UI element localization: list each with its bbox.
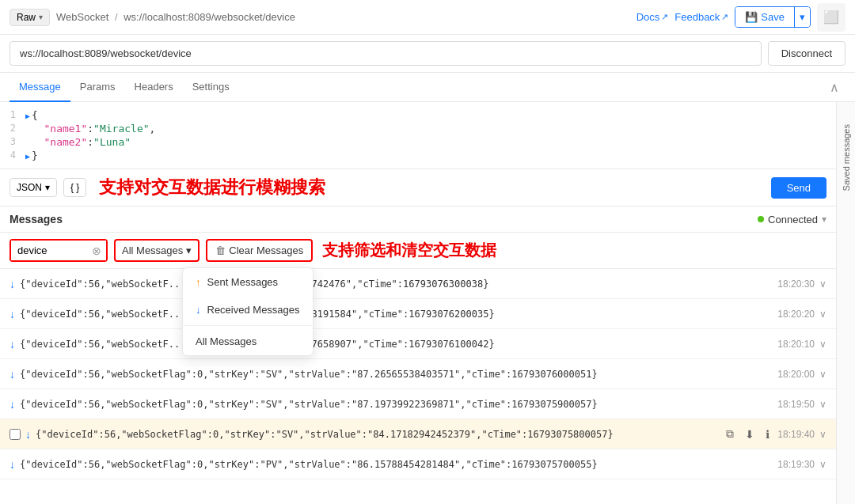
saved-messages-label[interactable]: Saved messages [842,118,851,197]
received-arrow-icon: ↓ [196,304,201,316]
sent-arrow-icon: ↑ [196,276,201,288]
message-content: {"deviceId":56,"webSocketF..."strValue":… [20,279,773,290]
message-content: {"deviceId":56,"webSocketFlag":0,"strKey… [20,459,773,470]
save-message-button[interactable]: ⬇ [742,426,758,442]
filter-annotation: 支持筛选和清空交互数据 [322,240,496,261]
breadcrumb-url: ws://localhost:8089/websocket/device [124,11,295,23]
url-input[interactable] [10,41,762,66]
message-actions: ⧉ ⬇ ℹ [723,426,773,442]
connection-status-label: Connected [768,214,818,225]
dropdown-item-all[interactable]: All Messages [183,328,313,355]
disconnect-button[interactable]: Disconnect [768,41,846,66]
received-messages-label: Received Messages [207,304,300,316]
message-time: 18:20:10 [777,339,815,350]
code-editor: 1 ▶{ 2 "name1":"Miracle", 3 "name2":"Lun… [0,102,836,169]
message-content: {"deviceId":56,"webSocketF..."strValue":… [20,339,773,350]
all-messages-label: All Messages [196,335,256,347]
message-time: 18:20:20 [777,309,815,320]
tab-params[interactable]: Params [70,73,125,102]
message-row: ↓ {"deviceId":56,"webSocketFlag":0,"strK… [0,449,836,479]
connection-status: Connected ▾ [758,214,826,225]
json-format-button[interactable]: JSON ▾ [10,178,57,197]
message-row: ↓ {"deviceId":56,"webSocketF..."strValue… [0,299,836,329]
connection-chevron-icon[interactable]: ▾ [822,214,826,225]
filter-row: ⊗ All Messages ▾ 🗑 Clear Messages 支持筛选和清… [0,233,836,269]
down-arrow-icon: ↓ [10,368,15,381]
info-button[interactable]: ℹ [762,426,773,442]
filter-label: All Messages [122,244,183,256]
message-content: {"deviceId":56,"webSocketF..."strValue":… [20,309,773,320]
down-arrow-icon: ↓ [10,398,15,411]
sent-messages-label: Sent Messages [207,276,279,288]
toolbar-row: JSON ▾ { } 支持对交互数据进行模糊搜索 Send [0,169,836,207]
tab-message[interactable]: Message [10,73,70,102]
breadcrumb: WebSocket / ws://localhost:8089/websocke… [56,11,295,23]
json-label: JSON [17,182,42,193]
save-group: 💾 Save ▾ [735,6,811,28]
connection-dot-icon [758,216,764,222]
expand-icon[interactable]: ∨ [819,309,826,320]
save-button[interactable]: 💾 Save [735,7,794,27]
message-filter-dropdown[interactable]: All Messages ▾ [114,239,200,262]
clear-messages-label: Clear Messages [229,244,303,256]
message-checkbox[interactable] [10,429,21,440]
messages-header: Messages Connected ▾ [0,207,836,233]
down-arrow-icon: ↓ [10,338,15,351]
filter-chevron-icon: ▾ [186,244,192,256]
dropdown-divider [183,325,313,326]
expand-icon[interactable]: ∨ [819,459,826,470]
messages-title: Messages [10,213,63,225]
save-dropdown-button[interactable]: ▾ [794,7,810,27]
dropdown-item-sent[interactable]: ↑ Sent Messages [183,268,313,296]
filter-dropdown-menu: ↑ Sent Messages ↓ Received Messages All … [182,267,314,356]
message-time: 18:20:00 [777,369,815,380]
chevron-down-icon: ▾ [39,13,43,21]
message-row: ↓ {"deviceId":56,"webSocketFlag":0,"strK… [0,389,836,419]
sidebar-toggle-button[interactable]: ⬜ [817,3,846,32]
tabs-bar: Message Params Headers Settings ∧ [0,73,855,102]
expand-icon[interactable]: ∨ [819,339,826,350]
tab-headers[interactable]: Headers [125,73,183,102]
right-sidebar: Saved messages [836,102,855,504]
message-time: 18:19:50 [777,399,815,410]
trash-icon: 🗑 [215,244,226,256]
tab-settings[interactable]: Settings [183,73,239,102]
code-line-2: 2 "name1":"Miracle", [0,122,836,135]
expand-icon[interactable]: ∨ [819,369,826,380]
filter-input-wrapper: ⊗ [10,239,108,262]
message-time: 18:20:30 [777,279,815,290]
braces-button[interactable]: { } [63,178,86,197]
fuzzy-search-annotation: 支持对交互数据进行模糊搜索 [99,176,325,199]
send-button[interactable]: Send [771,177,826,199]
message-row-highlighted: ↓ {"deviceId":56,"webSocketFlag":0,"strK… [0,419,836,449]
breadcrumb-websocket: WebSocket [56,11,108,23]
clear-messages-button[interactable]: 🗑 Clear Messages [206,239,313,262]
sidebar-icon: ⬜ [823,9,839,25]
code-line-4: 4 ▶} [0,149,836,162]
copy-button[interactable]: ⧉ [723,426,737,442]
message-content: {"deviceId":56,"webSocketFlag":0,"strKey… [20,369,773,380]
expand-icon[interactable]: ∨ [819,279,826,290]
message-time: 18:19:30 [777,459,815,470]
expand-icon[interactable]: ∨ [819,429,826,440]
feedback-link[interactable]: Feedback [674,11,728,23]
message-content: {"deviceId":56,"webSocketFlag":0,"strKey… [20,399,773,410]
json-chevron-icon: ▾ [45,182,50,193]
clear-filter-icon[interactable]: ⊗ [92,244,101,257]
raw-button[interactable]: Raw ▾ [10,9,50,26]
top-bar: Raw ▾ WebSocket / ws://localhost:8089/we… [0,0,855,35]
down-arrow-icon: ↓ [10,308,15,320]
down-arrow-icon: ↓ [10,278,15,290]
down-arrow-icon: ↓ [25,428,31,441]
dropdown-item-received[interactable]: ↓ Received Messages [183,296,313,324]
collapse-button[interactable]: ∧ [823,74,846,101]
docs-link[interactable]: Docs [636,11,669,23]
code-line-3: 3 "name2":"Luna" [0,135,836,149]
expand-icon[interactable]: ∨ [819,399,826,410]
message-row: ↓ {"deviceId":56,"webSocketF..."strValue… [0,269,836,299]
message-row: ↓ {"deviceId":56,"webSocketF..."strValue… [0,329,836,359]
main-layout: 1 ▶{ 2 "name1":"Miracle", 3 "name2":"Lun… [0,102,855,504]
save-label: Save [761,11,785,23]
url-bar: Disconnect [0,35,855,73]
down-arrow-icon: ↓ [10,458,15,471]
